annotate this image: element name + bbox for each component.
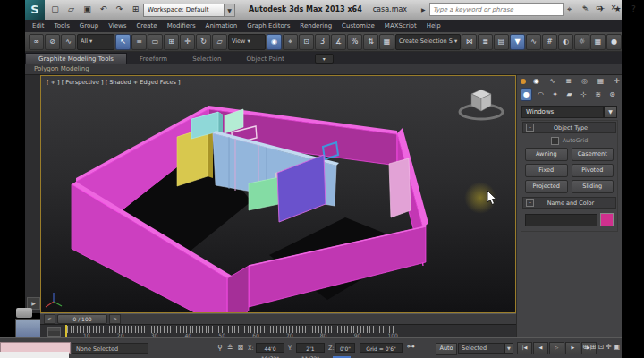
selection-lock-pin-icon[interactable]: ⚲: [217, 343, 223, 354]
shapes-subtab[interactable]: ◠: [535, 88, 547, 101]
cameras-subtab[interactable]: ▰: [564, 88, 575, 101]
select-scale-icon[interactable]: ▱: [212, 34, 227, 50]
workspace-dropdown[interactable]: Workspace: Default: [143, 4, 225, 17]
category-dropdown-value[interactable]: Windows: [521, 106, 604, 118]
schematic-view-icon[interactable]: #: [542, 34, 557, 50]
percent-snap-icon[interactable]: %: [347, 34, 362, 50]
render-setup-icon[interactable]: ☼: [574, 34, 589, 50]
door-pink[interactable]: [389, 158, 411, 217]
spacewarps-subtab[interactable]: ≋: [592, 88, 604, 101]
key-filter-dropdown-arrow[interactable]: ▼: [504, 343, 513, 354]
play-button[interactable]: ▷: [549, 342, 564, 354]
menu-item[interactable]: Rendering: [300, 22, 332, 30]
spinner-snap-icon[interactable]: ⇅: [363, 34, 378, 50]
maxscript-mini-listener[interactable]: [0, 352, 69, 358]
open-file-icon[interactable]: ▱: [64, 3, 78, 16]
next-frame-button[interactable]: ▶: [565, 342, 580, 354]
workspace-dropdown-arrow[interactable]: ▼: [224, 4, 235, 17]
mini-curve-editor-button[interactable]: [47, 327, 61, 337]
go-to-start-button[interactable]: |◀: [517, 342, 532, 354]
menu-item[interactable]: Customize: [342, 22, 375, 30]
menu-item[interactable]: MAXScript: [385, 22, 417, 30]
autogrid-checkbox[interactable]: [551, 137, 559, 145]
object-type-rollout-header[interactable]: – Object Type: [522, 122, 616, 133]
named-selection-dropdown[interactable]: Create Selection S ▾: [395, 34, 461, 50]
set-key-icon[interactable]: ⊶: [407, 342, 415, 351]
track-bar[interactable]: 102030405060708090100: [40, 324, 516, 338]
angle-snap-icon[interactable]: ∡: [331, 34, 346, 50]
menu-item[interactable]: Modifiers: [167, 22, 196, 30]
bind-spacewarp-icon[interactable]: ∿: [61, 34, 76, 50]
tab-graphite-modeling-tools[interactable]: Graphite Modeling Tools: [25, 53, 127, 64]
zoom-icon[interactable]: ⊕: [582, 342, 589, 353]
tab-object-paint[interactable]: Object Paint: [233, 54, 296, 64]
help-icon[interactable]: ?: [628, 3, 640, 16]
named-selection-sets-icon[interactable]: ▦: [379, 34, 394, 50]
object-type-button[interactable]: Projected: [525, 180, 568, 193]
auto-key-button[interactable]: Auto: [436, 343, 457, 355]
search-communication-icon[interactable]: ⌖: [564, 3, 575, 16]
align-icon[interactable]: ≣: [478, 34, 493, 50]
object-name-input[interactable]: [525, 214, 597, 226]
ribbon-toggle-icon[interactable]: ▼: [510, 34, 525, 50]
menu-item[interactable]: Graph Editors: [247, 22, 290, 30]
rect-selection-region-icon[interactable]: ▭: [148, 34, 163, 50]
z-field[interactable]: 0'0": [335, 343, 355, 353]
search-flyout-arrow[interactable]: ▶: [421, 6, 426, 13]
polygon-modeling-panel[interactable]: Polygon Modeling: [25, 64, 622, 75]
search-input[interactable]: [429, 3, 564, 16]
pan-icon[interactable]: ✛: [606, 342, 612, 353]
select-rotate-icon[interactable]: ↻: [196, 34, 211, 50]
time-slider-handle[interactable]: 0 / 100: [57, 314, 107, 324]
project-folder-icon[interactable]: ⊞: [129, 3, 142, 16]
viewport-canvas[interactable]: [41, 76, 515, 312]
viewport-label[interactable]: [ + ] [ Perspective ] [ Shaded + Edged F…: [47, 79, 181, 86]
selection-lock-icon[interactable]: ≙: [227, 343, 233, 354]
modify-tab[interactable]: ∿: [547, 77, 558, 85]
key-filter-dropdown[interactable]: Selected: [458, 343, 504, 354]
tab-freeform[interactable]: Freeform: [127, 54, 180, 64]
selection-filter-dropdown[interactable]: All ▾: [77, 34, 114, 50]
menu-item[interactable]: Help: [427, 22, 441, 30]
category-dropdown-arrow[interactable]: ▼: [604, 106, 617, 118]
object-type-button[interactable]: Awning: [525, 148, 568, 161]
menu-item[interactable]: Views: [108, 22, 126, 30]
window-crossing-icon[interactable]: ⊞: [164, 34, 179, 50]
maximize-viewport-icon[interactable]: ▣: [614, 342, 621, 353]
hierarchy-tab[interactable]: ≣: [563, 77, 574, 85]
render-production-icon[interactable]: ●: [606, 34, 622, 50]
snaps-toggle-icon[interactable]: 3: [315, 34, 330, 50]
undo-icon[interactable]: ↶: [97, 3, 110, 16]
minimize-button[interactable]: –: [580, 3, 590, 13]
y-field[interactable]: 2'1 11/32": [296, 343, 325, 353]
menu-item[interactable]: Animation: [206, 22, 238, 30]
object-type-button[interactable]: Fixed: [525, 164, 568, 177]
manage-layers-icon[interactable]: ▤: [494, 34, 509, 50]
curve-editor-icon[interactable]: ∿: [526, 34, 541, 50]
menu-item[interactable]: Group: [80, 22, 98, 30]
object-color-swatch[interactable]: [600, 213, 614, 226]
helpers-subtab[interactable]: ⊹: [578, 88, 589, 101]
tab-selection[interactable]: Selection: [180, 54, 233, 64]
select-by-name-icon[interactable]: ≡: [131, 34, 147, 50]
x-field[interactable]: 44'0 10/32": [256, 343, 284, 353]
object-type-button[interactable]: Casement: [572, 148, 614, 161]
select-manipulate-icon[interactable]: ⌖: [283, 34, 298, 50]
systems-subtab[interactable]: ⊛: [606, 88, 618, 101]
collapse-icon[interactable]: –: [526, 199, 534, 207]
menu-item[interactable]: Create: [136, 22, 157, 30]
use-pivot-center-icon[interactable]: ◉: [267, 34, 282, 50]
select-object-icon[interactable]: ↖: [115, 34, 131, 50]
create-tab[interactable]: ◉: [530, 77, 542, 85]
redo-icon[interactable]: ↷: [113, 3, 126, 16]
geometry-subtab[interactable]: ●: [521, 88, 532, 101]
view-cube[interactable]: [460, 90, 503, 119]
save-file-icon[interactable]: ▣: [80, 3, 94, 16]
prev-frame-button[interactable]: ◀: [533, 342, 548, 354]
wall-front-step-magenta[interactable]: [227, 266, 249, 312]
ribbon-config-button[interactable]: ▾: [315, 54, 334, 64]
zoom-all-icon[interactable]: ⊞: [590, 342, 597, 353]
mirror-icon[interactable]: ⋈: [462, 34, 477, 50]
material-editor-icon[interactable]: ◐: [558, 34, 573, 50]
select-move-icon[interactable]: ✛: [180, 34, 195, 50]
